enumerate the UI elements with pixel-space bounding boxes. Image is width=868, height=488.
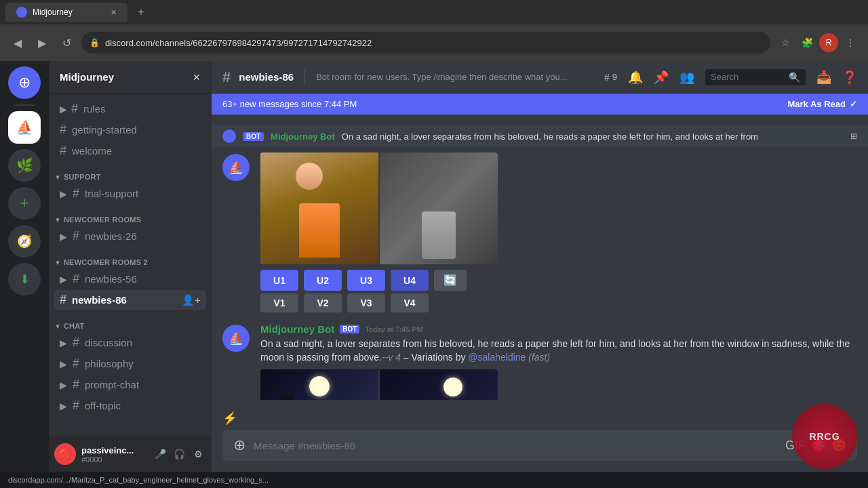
channel-name-newbies-86: newbies-86 [72, 294, 127, 306]
u1-button[interactable]: U1 [260, 270, 298, 291]
hash-icon-newbies-56: # [73, 272, 79, 286]
image-grid-1 [260, 152, 498, 264]
channel-item-newbies-26[interactable]: ▶ # newbies-26 [54, 226, 206, 246]
server-icon-2[interactable]: 🌿 [8, 149, 41, 182]
menu-icon[interactable]: ⋮ [841, 33, 860, 52]
image-bg-1 [260, 152, 378, 264]
channel-item-off-topic[interactable]: ▶ # off-topic [54, 396, 206, 415]
v3-button[interactable]: V3 [347, 293, 385, 312]
channel-item-welcome[interactable]: # welcome [54, 141, 206, 161]
members-icon[interactable]: 👥 [679, 70, 694, 85]
search-box[interactable]: Search 🔍 [705, 69, 806, 85]
channel-name-getting-started: getting-started [72, 124, 137, 136]
midjourney-logo: ⛵ [16, 119, 33, 136]
warning-emoji: ⚡ [222, 411, 237, 426]
new-tab-icon: + [138, 6, 144, 18]
download-icon-server[interactable]: ⬇ [8, 263, 41, 296]
mark-as-read-button[interactable]: Mark As Read ✓ [788, 99, 858, 109]
tab-close-icon[interactable]: ✕ [111, 8, 117, 17]
discord-home-icon[interactable]: ⊕ [8, 66, 41, 99]
channel-item-rules[interactable]: ▶ # rules [54, 99, 206, 119]
address-bar[interactable]: 🔒 discord.com/channels/66226797698429747… [81, 32, 770, 54]
moon-image-grid [260, 369, 498, 400]
channel-item-prompt-chat[interactable]: ▶ # prompt-chat [54, 375, 206, 394]
help-icon[interactable]: ❓ [842, 70, 857, 85]
chat-channel-desc: Bot room for new users. Type /imagine th… [316, 72, 596, 82]
forward-button[interactable]: ▶ [33, 33, 52, 52]
arrow-prompt-chat: ▶ [60, 380, 67, 390]
refresh-button-action[interactable]: 🔄 [434, 270, 467, 291]
notification-bell-icon[interactable]: 🔔 [628, 70, 643, 85]
v4-button[interactable]: V4 [391, 293, 429, 312]
u2-button[interactable]: U2 [304, 270, 342, 291]
cat-engineer-img [380, 152, 498, 264]
header-divider [304, 69, 305, 85]
message-group-1: ⛵ [212, 150, 868, 315]
back-button[interactable]: ◀ [8, 33, 27, 52]
u4-button[interactable]: U4 [391, 270, 429, 291]
watermark-text: RRCG [809, 431, 840, 442]
category-newcomer-rooms-2: ▼ NEWCOMER ROOMS 2 [49, 247, 212, 269]
new-messages-banner: 63+ new messages since 7:44 PM Mark As R… [212, 94, 868, 115]
moon-image-cell-1 [260, 369, 378, 400]
top-bar-expand-icon[interactable]: ⊞ [850, 131, 857, 141]
user-panel: 🔴 passiveinc... #0000 🎤 🎧 ⚙ [49, 436, 212, 472]
discord-app: ⊕ ⛵ 🌿 + 🧭 ⬇ Midjourney ✕ ▶ # rul [0, 61, 868, 472]
user-info: passiveinc... #0000 [81, 445, 146, 464]
nav-icons-right: ☆ 🧩 R ⋮ [776, 33, 860, 52]
deafen-button[interactable]: 🎧 [171, 446, 187, 462]
chat-header-icons: # 9 🔔 📌 👥 Search 🔍 📥 ❓ [604, 69, 857, 85]
channel-item-newbies-86[interactable]: # newbies-86 👤+ [54, 290, 206, 310]
channel-arrow-rules: ▶ [60, 104, 67, 115]
refresh-button[interactable]: ↺ [57, 33, 76, 52]
user-avatar-img: 🔴 [58, 448, 72, 461]
moon-image-cell-2 [380, 369, 498, 400]
u3-button[interactable]: U3 [347, 270, 385, 291]
bookmark-icon[interactable]: ☆ [776, 33, 795, 52]
user-display-name: passiveinc... [81, 445, 146, 455]
v2-button[interactable]: V2 [304, 293, 342, 312]
channel-sidebar: Midjourney ✕ ▶ # rules # getting-started… [49, 61, 212, 472]
arrow-newbies-26: ▶ [60, 231, 67, 242]
mute-button[interactable]: 🎤 [152, 446, 168, 462]
bot-avatar-2: ⛵ [222, 325, 250, 352]
extensions-icon[interactable]: 🧩 [797, 33, 816, 52]
category-newcomer-rooms: ▼ NEWCOMER ROOMS [49, 205, 212, 226]
profile-icon[interactable]: R [819, 33, 838, 52]
members-count-icon[interactable]: # 9 [604, 72, 617, 83]
top-message-bar[interactable]: BOT Midjourney Bot On a sad night, a lov… [212, 125, 868, 147]
arrow-philosophy: ▶ [60, 359, 67, 369]
channel-name-rules: rules [83, 103, 106, 115]
channel-item-discussion[interactable]: ▶ # discussion [54, 333, 206, 352]
settings-button[interactable]: ⚙ [190, 446, 206, 462]
message-header-2: Midjourney Bot BOT Today at 7:45 PM [260, 323, 857, 335]
active-tab[interactable]: Midjourney ✕ [5, 3, 127, 22]
channel-item-newbies-56[interactable]: ▶ # newbies-56 [54, 269, 206, 289]
pin-icon[interactable]: 📌 [654, 70, 669, 85]
explore-servers-icon[interactable]: 🧭 [8, 225, 41, 258]
message-author-2: Midjourney Bot [260, 323, 334, 335]
midjourney-server-icon[interactable]: ⛵ [8, 111, 41, 144]
channel-item-getting-started[interactable]: # getting-started [54, 120, 206, 140]
channel-item-trial-support[interactable]: ▶ # trial-support [54, 184, 206, 203]
member-count: 9 [612, 72, 617, 82]
chat-channel-name: newbies-86 [239, 71, 294, 83]
category-label-newcomer-2: NEWCOMER ROOMS 2 [64, 258, 148, 266]
action-buttons-row-2: V1 V2 V3 V4 [260, 293, 857, 312]
mention-user[interactable]: @salaheldine [468, 352, 526, 363]
tab-label: Midjourney [33, 7, 73, 17]
channel-item-philosophy[interactable]: ▶ # philosophy [54, 354, 206, 373]
inbox-icon[interactable]: 📥 [816, 70, 831, 85]
image-bg-2 [380, 152, 498, 264]
new-tab-button[interactable]: + [130, 3, 152, 22]
v1-button[interactable]: V1 [260, 293, 298, 312]
category-arrow-chat: ▼ [54, 323, 61, 330]
browser-chrome: Midjourney ✕ + ◀ ▶ ↺ 🔒 discord.com/chann… [0, 0, 868, 61]
server-header[interactable]: Midjourney ✕ [49, 61, 212, 94]
add-member-icon[interactable]: 👤+ [182, 294, 201, 306]
add-server-icon[interactable]: + [8, 187, 41, 220]
new-messages-text: 63+ new messages since 7:44 PM [222, 99, 357, 109]
message-group-2: ⛵ Midjourney Bot BOT Today at 7:45 PM On… [212, 321, 868, 400]
add-attachment-icon[interactable]: ⊕ [233, 436, 245, 454]
category-arrow-newcomer-2: ▼ [54, 259, 61, 266]
